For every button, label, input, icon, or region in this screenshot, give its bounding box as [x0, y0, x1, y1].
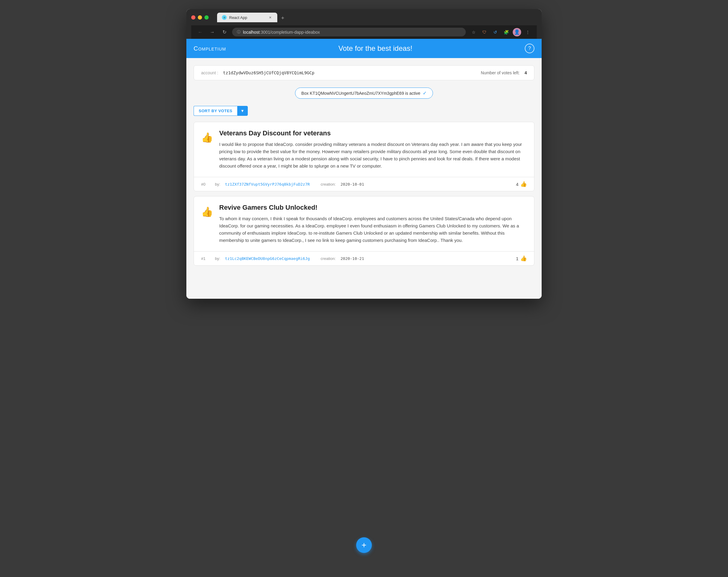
help-button[interactable]: ? — [525, 44, 535, 53]
idea-footer-0: #0 by: tz1ZXf37ZNfVupt5GVyrPJ76q8kbjFuD2… — [194, 177, 534, 191]
by-label-0: by: — [215, 182, 220, 187]
new-tab-button[interactable]: + — [279, 14, 287, 22]
creation-label-1: creation: — [321, 256, 336, 261]
address-bar[interactable]: ⓘ localhost:3001/completium-dapp-ideabox — [232, 28, 466, 36]
by-label-1: by: — [215, 256, 220, 261]
votes-count-1: 1 — [516, 256, 518, 261]
bookmark-button[interactable]: ☆ — [469, 28, 478, 36]
creation-date-1: 2020-10-21 — [340, 256, 364, 261]
votes-label: Number of votes left: — [481, 71, 520, 75]
address-bar-container: ← → ↻ ⓘ localhost:3001/completium-dapp-i… — [191, 25, 537, 39]
tab-close-button[interactable]: ✕ — [268, 15, 272, 20]
browser-titlebar: ⚛ React App ✕ + ← → ↻ ⓘ localhost:3001/c… — [186, 9, 542, 39]
votes-count-0: 4 — [516, 182, 518, 187]
browser-controls: ⚛ React App ✕ + — [191, 12, 537, 22]
active-box-text: Box KT1QMowNVCUngertU7bAeoZmU7XYm3gphE69… — [302, 91, 420, 96]
app-body: account : tz1dZydwVDuz6SH5jCUfCQjqV8YCQi… — [186, 58, 542, 299]
idea-index-1: #1 — [201, 256, 210, 261]
idea-content-0: Veterans Day Discount for veterans I wou… — [219, 129, 527, 170]
vote-thumb-count-icon-1: 👍 — [520, 255, 527, 262]
idea-votes-0: 4 👍 — [516, 181, 527, 187]
tab-favicon-icon: ⚛ — [222, 15, 227, 20]
add-idea-fab-button[interactable]: + — [356, 537, 372, 553]
back-button[interactable]: ← — [196, 28, 204, 36]
idea-author-0: tz1ZXf37ZNfVupt5GVyrPJ76q8kbjFuD2z7R — [225, 182, 310, 187]
browser-actions: ☆ 🛡 ↺ 🧩 👤 ⋮ — [469, 28, 532, 36]
app-title: Vote for the best ideas! — [338, 44, 413, 53]
active-box-pill: Box KT1QMowNVCUngertU7bAeoZmU7XYm3gphE69… — [295, 87, 433, 99]
browser-tab[interactable]: ⚛ React App ✕ — [217, 12, 277, 22]
active-box-badge: Box KT1QMowNVCUngertU7bAeoZmU7XYm3gphE69… — [193, 87, 535, 99]
sort-bar: SORT BY VOTES ▼ — [193, 106, 535, 116]
puzzle-icon[interactable]: 🧩 — [502, 28, 510, 36]
user-avatar[interactable]: 👤 — [513, 28, 521, 36]
idea-text-0: I would like to propose that IdeaCorp. c… — [219, 141, 527, 170]
idea-author-1: tz1Lc2qBKEWCBeDU8npG6zCeCqpmaegRi6Jg — [225, 256, 310, 261]
idea-card-0: 👍 Veterans Day Discount for veterans I w… — [193, 122, 535, 191]
sort-by-votes-button[interactable]: SORT BY VOTES — [193, 106, 237, 116]
idea-index-0: #0 — [201, 182, 210, 187]
votes-count: 4 — [524, 71, 527, 75]
check-icon: ✓ — [423, 90, 426, 96]
minimize-window-button[interactable] — [198, 15, 202, 20]
account-label: account : — [201, 71, 218, 75]
browser-window: ⚛ React App ✕ + ← → ↻ ⓘ localhost:3001/c… — [186, 9, 542, 299]
creation-label-0: creation: — [321, 182, 336, 187]
address-text: localhost:3001/completium-dapp-ideabox — [243, 30, 461, 35]
lock-icon: ⓘ — [237, 29, 240, 35]
sort-dropdown-button[interactable]: ▼ — [237, 106, 248, 116]
tab-bar: ⚛ React App ✕ + — [217, 12, 287, 22]
maximize-window-button[interactable] — [204, 15, 209, 20]
vote-thumb-icon-0[interactable]: 👍 — [201, 132, 213, 143]
idea-footer-1: #1 by: tz1Lc2qBKEWCBeDU8npG6zCeCqpmaegRi… — [194, 251, 534, 265]
idea-title-1: Revive Gamers Club Unlocked! — [219, 204, 527, 212]
account-bar: account : tz1dZydwVDuz6SH5jCUfCQjqV8YCQi… — [193, 65, 535, 80]
shield-icon: 🛡 — [480, 28, 489, 36]
idea-body-1: 👍 Revive Gamers Club Unlocked! To whom i… — [194, 196, 534, 251]
menu-button[interactable]: ⋮ — [524, 28, 532, 36]
idea-title-0: Veterans Day Discount for veterans — [219, 129, 527, 137]
vote-thumb-count-icon-0: 👍 — [520, 181, 527, 187]
address-domain: localhost — [243, 30, 260, 35]
refresh-icon[interactable]: ↺ — [491, 28, 499, 36]
refresh-button[interactable]: ↻ — [220, 28, 229, 36]
forward-button[interactable]: → — [208, 28, 216, 36]
account-address: tz1dZydwVDuz6SH5jCUfCQjqV8YCQimL9GCp — [223, 71, 476, 75]
address-path: :3001/completium-dapp-ideabox — [260, 30, 320, 35]
app-logo: Completium — [193, 45, 226, 52]
idea-content-1: Revive Gamers Club Unlocked! To whom it … — [219, 204, 527, 244]
idea-card-1: 👍 Revive Gamers Club Unlocked! To whom i… — [193, 196, 535, 266]
creation-date-0: 2020-10-01 — [340, 182, 364, 187]
close-window-button[interactable] — [191, 15, 196, 20]
tab-title: React App — [229, 15, 265, 20]
idea-text-1: To whom it may concern, I think I speak … — [219, 215, 527, 244]
idea-body-0: 👍 Veterans Day Discount for veterans I w… — [194, 122, 534, 177]
app-header: Completium Vote for the best ideas! ? — [186, 39, 542, 58]
vote-thumb-icon-1[interactable]: 👍 — [201, 206, 213, 218]
idea-votes-1: 1 👍 — [516, 255, 527, 262]
